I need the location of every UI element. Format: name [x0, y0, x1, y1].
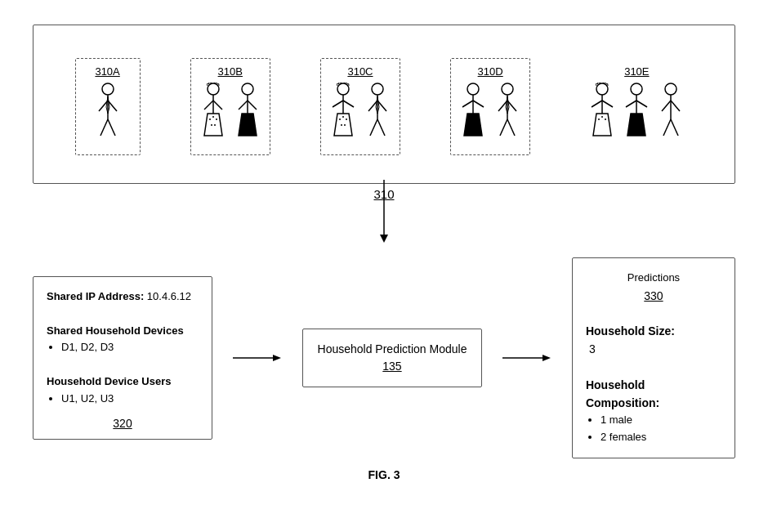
svg-line-36 [370, 119, 377, 136]
svg-line-4 [100, 119, 108, 136]
svg-line-66 [636, 101, 647, 107]
unit-label-310E: 310E [624, 65, 649, 78]
shared-ip-value: 10.4.6.12 [147, 290, 191, 302]
bottom-section: Shared IP Address: 10.4.6.12 Shared Hous… [33, 257, 735, 458]
household-unit-310C: 310C [320, 58, 400, 155]
household-size-label: Household Size: [586, 322, 721, 340]
household-unit-310E: 310E [580, 59, 693, 154]
devices-label: Shared Household Devices [47, 323, 199, 340]
svg-line-59 [602, 101, 613, 107]
household-group-box: 310A 310B [33, 25, 735, 184]
figure-female-black-310E [621, 83, 652, 148]
svg-line-26 [343, 101, 354, 107]
svg-point-67 [665, 83, 676, 95]
composition-item-0: 1 male [601, 412, 721, 429]
svg-line-25 [333, 101, 343, 107]
fig-label: FIG. 3 [16, 468, 752, 481]
figure-female-dress-310C [328, 83, 359, 148]
figure-female-black-310D [458, 83, 489, 148]
svg-point-28 [342, 116, 344, 118]
svg-point-18 [214, 124, 216, 126]
diagram-container: 310A 310B [0, 0, 768, 532]
svg-line-12 [204, 101, 213, 110]
unit-label-310D: 310D [478, 65, 503, 78]
svg-marker-76 [273, 355, 281, 361]
figure-male-tie-310D [492, 83, 523, 148]
left-arrow-svg [233, 350, 282, 366]
svg-point-14 [209, 118, 211, 120]
svg-point-63 [631, 83, 642, 95]
svg-line-44 [462, 101, 473, 107]
svg-point-29 [346, 118, 347, 120]
svg-point-0 [102, 83, 114, 95]
module-box: Household Prediction Module 135 [302, 329, 483, 387]
predictions-box-330: Predictions 330 Household Size: 3 Househ… [572, 257, 735, 458]
svg-line-72 [671, 119, 678, 136]
svg-point-15 [212, 116, 214, 118]
household-unit-310D: 310D [450, 58, 530, 155]
input-box-label: 320 [113, 414, 132, 432]
svg-line-5 [108, 119, 115, 136]
svg-point-23 [337, 83, 349, 95]
svg-point-56 [596, 83, 608, 95]
vertical-arrow-area [33, 176, 735, 249]
svg-line-13 [213, 101, 222, 110]
module-label: 135 [318, 358, 467, 375]
svg-point-10 [208, 83, 219, 95]
svg-line-50 [500, 119, 507, 136]
figures-310E [587, 83, 686, 148]
svg-point-62 [605, 118, 606, 120]
svg-point-19 [242, 83, 253, 95]
unit-label-310B: 310B [218, 65, 243, 78]
composition-list: 1 male 2 females [601, 412, 721, 446]
figure-female-black-310B [232, 83, 263, 148]
devices-list: D1, D2, D3 [61, 339, 199, 356]
svg-point-30 [341, 124, 342, 126]
svg-line-22 [248, 101, 257, 110]
right-arrow [502, 350, 551, 366]
svg-point-16 [216, 118, 217, 120]
figures-310D [458, 83, 523, 148]
svg-line-21 [239, 101, 248, 110]
svg-line-45 [473, 101, 484, 107]
figure-male-310A [92, 83, 123, 148]
household-size-value: 3 [586, 340, 721, 358]
predictions-title: Predictions [586, 270, 721, 287]
svg-line-71 [663, 119, 671, 136]
left-arrow [233, 350, 282, 366]
svg-marker-78 [543, 355, 551, 361]
svg-point-46 [502, 83, 513, 95]
svg-line-51 [507, 119, 515, 136]
svg-line-58 [592, 101, 602, 107]
figures-310B [198, 83, 263, 148]
svg-line-70 [671, 101, 680, 111]
figure-female-dress-310E [587, 83, 618, 148]
devices-value: D1, D2, D3 [61, 339, 199, 356]
svg-point-32 [372, 83, 383, 95]
vertical-arrow-svg [33, 176, 735, 249]
unit-label-310C: 310C [347, 65, 373, 78]
household-composition-label: Household Composition: [586, 376, 721, 413]
figure-female-dress-310B [198, 83, 229, 148]
svg-point-17 [211, 124, 212, 126]
users-list: U1, U2, U3 [61, 391, 199, 408]
svg-point-31 [344, 124, 346, 126]
figure-male-310C [362, 83, 393, 148]
svg-line-65 [626, 101, 636, 107]
svg-line-37 [377, 119, 385, 136]
shared-ip-row: Shared IP Address: 10.4.6.12 [47, 288, 199, 306]
svg-point-61 [601, 116, 603, 118]
household-unit-310A: 310A [75, 58, 141, 155]
module-line1: Household Prediction Module [318, 341, 467, 358]
predictions-label: 330 [586, 287, 721, 305]
unit-label-310A: 310A [95, 65, 119, 78]
figures-310A [92, 83, 123, 148]
figure-male-310E [655, 83, 686, 148]
shared-ip-label: Shared IP Address: [47, 290, 144, 302]
right-arrow-svg [502, 350, 551, 366]
figures-310C [328, 83, 393, 148]
svg-point-42 [467, 83, 479, 95]
svg-line-69 [662, 101, 671, 111]
users-value: U1, U2, U3 [61, 391, 199, 408]
users-label: Household Device Users [47, 373, 199, 391]
